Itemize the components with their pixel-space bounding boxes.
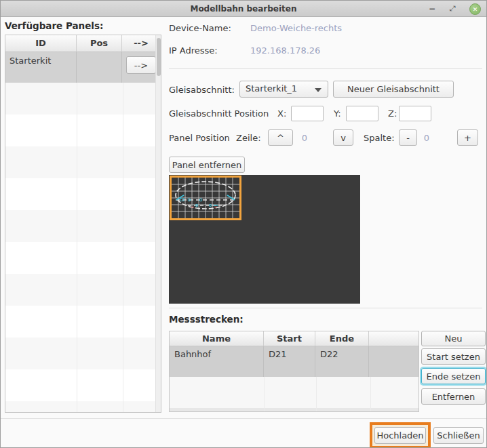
close-button[interactable]: Schließen (433, 427, 484, 444)
column-header-start: Start (264, 331, 315, 346)
z-input[interactable] (399, 106, 431, 121)
y-label: Y: (334, 108, 341, 119)
upload-button[interactable]: Hochladen (374, 427, 426, 444)
x-input[interactable] (291, 106, 324, 121)
column-plus-button[interactable]: + (457, 129, 478, 146)
column-header-blank (369, 331, 417, 346)
layout-canvas[interactable] (169, 175, 360, 304)
panel-id-cell: Starterkit (5, 52, 77, 83)
messstrecke-blank-cell (369, 346, 417, 377)
gleisabschnitt-label: Gleisabschnitt: (169, 85, 235, 95)
track-layout-thumbnail (172, 178, 239, 218)
column-divider (77, 83, 77, 412)
messstrecken-table: Name Start Ende Bahnhof D21 D22 (169, 331, 419, 412)
row-up-button[interactable]: ^ (268, 129, 293, 146)
x-label: X: (277, 108, 286, 119)
panels-table: ID Pos --> Starterkit --> (5, 35, 161, 413)
app-window: Modellbahn bearbeiten − ⤢ ✕ Verfügbare P… (0, 0, 487, 448)
column-divider (316, 377, 317, 411)
minimize-icon[interactable]: − (425, 1, 439, 17)
device-name-value: Demo-Weiche-rechts (250, 23, 342, 33)
z-label: Z: (388, 108, 397, 119)
spalte-value: 0 (421, 133, 432, 143)
separator (169, 68, 482, 69)
column-header-arrow: --> (122, 35, 160, 52)
panels-table-header: ID Pos --> (5, 35, 161, 52)
window-title: Modellbahn bearbeiten (1, 1, 486, 17)
table-row[interactable]: Starterkit --> (5, 52, 161, 83)
column-divider (370, 377, 371, 411)
column-minus-button[interactable]: - (399, 129, 417, 146)
empty-rows (5, 83, 161, 412)
table-row[interactable]: Bahnhof D21 D22 (170, 346, 418, 377)
messstrecken-heading: Messstrecken: (169, 314, 244, 325)
add-panel-button[interactable]: --> (126, 56, 156, 74)
chevron-down-icon (315, 88, 322, 92)
new-gleisabschnitt-button[interactable]: Neuer Gleisabschnitt (333, 81, 454, 98)
panel-position-label: Panel Position (169, 133, 230, 143)
column-divider (264, 377, 265, 411)
selected-gleisabschnitt: Starterkit_1 (246, 83, 297, 94)
new-messstrecke-button[interactable]: Neu (421, 331, 486, 346)
remove-panel-button[interactable]: Panel entfernen (169, 157, 245, 173)
zeile-value: 0 (299, 133, 310, 143)
close-icon[interactable]: ✕ (469, 3, 481, 15)
column-header-ende: Ende (315, 331, 369, 346)
empty-row (170, 377, 418, 408)
restore-icon[interactable]: ⤢ (446, 1, 459, 17)
column-divider (123, 83, 123, 412)
messstrecken-table-header: Name Start Ende (170, 331, 418, 346)
spalte-label: Spalte: (364, 133, 395, 143)
messstrecke-ende-cell: D22 (315, 346, 369, 377)
available-panels-heading: Verfügbare Panels: (5, 20, 103, 31)
delete-messstrecke-button[interactable]: Entfernen (421, 388, 486, 405)
ip-address-value: 192.168.178.26 (250, 45, 320, 56)
panel-pos-cell (77, 52, 122, 83)
column-header-name: Name (170, 331, 264, 346)
messstrecke-name-cell: Bahnhof (170, 346, 264, 377)
footer-divider (1, 418, 487, 419)
y-input[interactable] (346, 106, 378, 121)
empty-row (170, 408, 418, 412)
gleisabschnitt-select[interactable]: Starterkit_1 (239, 81, 328, 98)
panels-table-scrollbar[interactable] (155, 35, 161, 412)
separator (169, 308, 482, 308)
messstrecke-start-cell: D21 (264, 346, 315, 377)
ip-address-label: IP Adresse: (169, 45, 218, 56)
set-ende-button[interactable]: Ende setzen (421, 368, 486, 384)
set-start-button[interactable]: Start setzen (421, 348, 486, 365)
selected-panel-preview[interactable] (170, 176, 241, 220)
gleisabschnitt-position-label: Gleisabschnitt Position (169, 108, 269, 119)
column-header-pos: Pos (77, 35, 122, 52)
zeile-label: Zeile: (236, 133, 261, 143)
scrollbar-thumb[interactable] (157, 38, 161, 76)
device-name-label: Device-Name: (169, 23, 231, 33)
row-down-button[interactable]: v (333, 129, 353, 146)
titlebar: Modellbahn bearbeiten − ⤢ ✕ (1, 1, 486, 17)
column-header-id: ID (5, 35, 77, 52)
